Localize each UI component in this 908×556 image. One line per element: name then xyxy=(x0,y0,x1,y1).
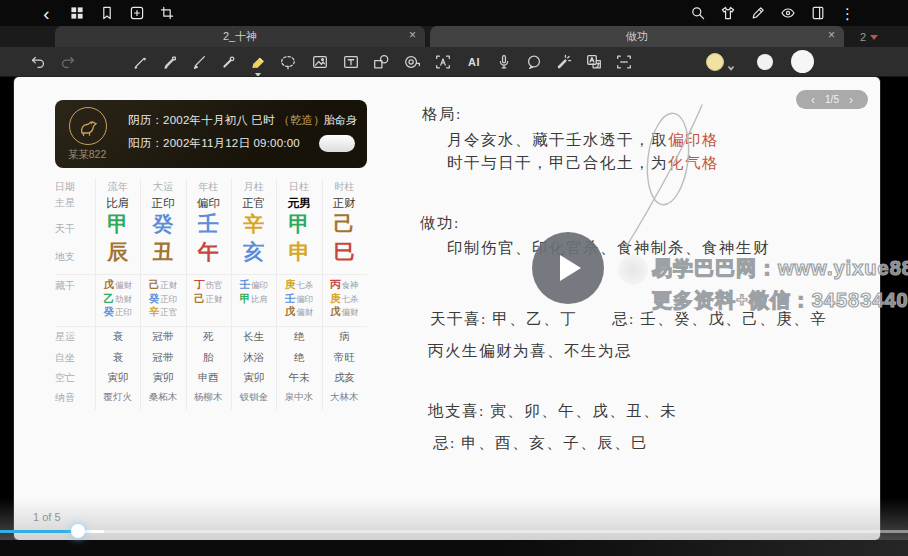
page-indicator-label: 1/5 xyxy=(825,94,839,105)
table-cell: 泉中水 xyxy=(276,391,321,404)
profile-name: 某某822 xyxy=(57,148,117,162)
tab-count-dropdown[interactable]: 2 xyxy=(851,28,887,46)
table-cell: 正官 xyxy=(231,196,276,211)
table-cell: 胎 xyxy=(186,351,231,365)
table-cell: 正财 xyxy=(322,196,367,211)
table-row-label: 空亡 xyxy=(55,371,95,385)
translate-icon[interactable] xyxy=(584,52,604,72)
back-icon[interactable]: ‹ xyxy=(38,5,55,22)
table-row-label: 地支 xyxy=(55,250,95,264)
solar-label: 阳历： xyxy=(128,137,163,149)
page-next-icon[interactable]: › xyxy=(849,94,853,106)
seek-bar[interactable] xyxy=(0,530,908,533)
selected-tool-caret xyxy=(255,73,261,77)
table-cell: 申 xyxy=(276,242,321,263)
redo-icon[interactable] xyxy=(58,52,78,72)
ocr-icon[interactable] xyxy=(614,52,634,72)
play-icon xyxy=(560,255,581,281)
fountain-pen-icon[interactable] xyxy=(189,52,209,72)
highlighter-icon-selected[interactable] xyxy=(248,52,268,72)
ai-label: AI xyxy=(468,56,480,68)
table-cell: 冠带 xyxy=(140,351,185,365)
geju-line1-red: 偏印格 xyxy=(668,131,719,148)
table-row-label: 星运 xyxy=(55,330,95,344)
table-row-label: 纳音 xyxy=(55,391,95,405)
statusbar: ‹ xyxy=(0,0,908,26)
page-indicator[interactable]: ‹ 1/5 › xyxy=(796,90,868,109)
table-cell: 壬偏印甲比肩 xyxy=(231,278,276,305)
color-chevron-icon[interactable] xyxy=(727,58,735,66)
table-cell: 庚七杀壬偏印戊偏财 xyxy=(276,278,321,319)
laser-pointer-icon[interactable] xyxy=(554,52,574,72)
speech-bubble-icon[interactable] xyxy=(524,52,544,72)
page-prev-icon[interactable]: ‹ xyxy=(811,94,815,106)
tab-shishen[interactable]: 2_十神 × xyxy=(55,26,425,47)
table-cell: 亥 xyxy=(231,242,276,263)
grid-view-icon[interactable] xyxy=(68,5,85,22)
screenshot-crop-icon[interactable] xyxy=(158,5,175,22)
table-cell: 冠带 xyxy=(140,330,185,344)
ballpoint-pen-icon[interactable] xyxy=(130,52,150,72)
microphone-icon[interactable] xyxy=(494,52,514,72)
tab-zuogong[interactable]: 做功 × xyxy=(430,26,844,47)
app-window: ‹ xyxy=(0,0,908,556)
bookmark-icon[interactable] xyxy=(98,5,115,22)
shapes-icon[interactable] xyxy=(371,52,391,72)
tab-label: 做功 xyxy=(626,29,648,44)
stroke-size-dot[interactable] xyxy=(791,50,814,73)
note-zuogong-title: 做功: xyxy=(420,213,460,234)
table-cell: 巳 xyxy=(322,242,367,263)
eye-icon[interactable] xyxy=(779,5,796,22)
table-cell: 辰 xyxy=(95,242,140,263)
note-dizhi-xi: 地支喜: 寅、卯、午、戌、丑、未 xyxy=(428,401,677,422)
table-cell: 癸 xyxy=(140,214,185,235)
table-cell: 偏印 xyxy=(186,196,231,211)
color-swatch-yellow[interactable] xyxy=(706,53,724,71)
ai-icon[interactable]: AI xyxy=(464,52,484,72)
image-icon[interactable] xyxy=(310,52,330,72)
table-cell: 流年 xyxy=(95,180,140,194)
more-kebab-icon[interactable]: ⋮ xyxy=(839,5,856,22)
add-page-icon[interactable] xyxy=(128,5,145,22)
pencil-icon[interactable] xyxy=(160,52,180,72)
table-cell: 杨柳木 xyxy=(186,391,231,404)
search-icon[interactable] xyxy=(689,5,706,22)
tape-roll-icon[interactable] xyxy=(402,52,422,72)
theme-shirt-icon[interactable] xyxy=(719,5,736,22)
scan-text-icon[interactable] xyxy=(433,52,453,72)
table-cell: 病 xyxy=(322,330,367,344)
table-divider xyxy=(186,178,187,410)
table-cell: 月柱 xyxy=(231,180,276,194)
lunar-label: 阴历： xyxy=(128,114,163,126)
undo-icon[interactable] xyxy=(28,52,48,72)
page-panel-icon[interactable] xyxy=(809,5,826,22)
note-binghuo-line: 丙火生偏财为喜、不生为忌 xyxy=(428,341,632,362)
table-cell: 衰 xyxy=(95,330,140,344)
lasso-icon[interactable] xyxy=(278,52,298,72)
watermark-line2: 更多资料+微信：3458344044 xyxy=(652,287,908,314)
table-cell: 丁伤官己正财 xyxy=(186,278,231,305)
play-button[interactable] xyxy=(532,232,604,304)
text-box-icon[interactable] xyxy=(341,52,361,72)
tab-count-label: 2 xyxy=(860,31,866,43)
table-cell: 戊偏财乙劫财癸正印 xyxy=(95,278,140,319)
tabbar: 2_十神 × 做功 × 2 xyxy=(0,26,908,47)
table-cell: 帝旺 xyxy=(322,351,367,365)
tab-close-icon[interactable]: × xyxy=(828,29,835,41)
table-cell: 午未 xyxy=(276,371,321,385)
seek-knob[interactable] xyxy=(71,524,85,538)
eraser-stick-icon[interactable] xyxy=(218,52,238,72)
bazi-table: 日期流年大运年柱月柱日柱时柱主星比肩正印偏印正官元男正财天干甲癸壬辛甲己地支辰丑… xyxy=(55,178,367,418)
tab-close-icon[interactable]: × xyxy=(409,29,416,41)
table-cell: 比肩 xyxy=(95,196,140,211)
color-swatch-white[interactable] xyxy=(757,54,773,70)
table-row-label: 主星 xyxy=(55,196,95,210)
table-cell: 甲 xyxy=(95,214,140,235)
taimingshen-label: 胎命身 xyxy=(324,113,357,128)
table-cell: 戌亥 xyxy=(322,371,367,385)
table-cell: 己正财癸正印辛正官 xyxy=(140,278,185,319)
solar-value: 2002年11月12日 09:00:00 xyxy=(163,137,300,149)
note-tiangan-xi: 天干喜: 甲、乙、丁 xyxy=(430,309,577,330)
edit-pen-icon[interactable] xyxy=(749,5,766,22)
table-cell: 寅卯 xyxy=(95,371,140,385)
